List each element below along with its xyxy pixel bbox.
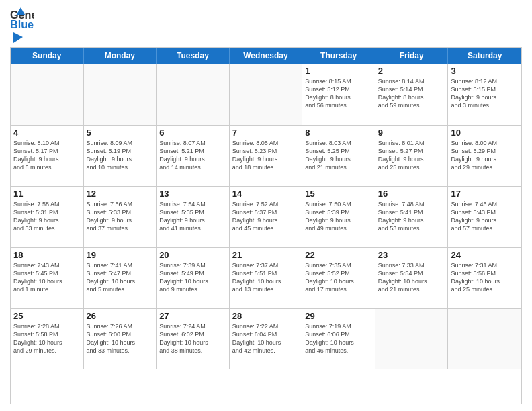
day-number: 17: [451, 189, 519, 199]
day-cell-empty: [375, 309, 449, 369]
logo-icon: General Blue: [10, 7, 34, 31]
day-info: Sunrise: 8:00 AM Sunset: 5:29 PM Dayligh…: [451, 139, 519, 172]
day-info: Sunrise: 7:35 AM Sunset: 5:52 PM Dayligh…: [305, 261, 372, 294]
day-cell-14: 14Sunrise: 7:52 AM Sunset: 5:37 PM Dayli…: [230, 187, 303, 247]
day-cell-15: 15Sunrise: 7:50 AM Sunset: 5:39 PM Dayli…: [302, 187, 375, 247]
week-row-3: 18Sunrise: 7:43 AM Sunset: 5:45 PM Dayli…: [11, 247, 521, 308]
day-header-friday: Friday: [375, 48, 449, 64]
day-cell-empty: [230, 64, 303, 125]
day-cell-19: 19Sunrise: 7:41 AM Sunset: 5:47 PM Dayli…: [84, 248, 157, 308]
day-cell-5: 5Sunrise: 8:09 AM Sunset: 5:19 PM Daylig…: [84, 126, 157, 186]
day-number: 11: [13, 189, 81, 199]
day-cell-2: 2Sunrise: 8:14 AM Sunset: 5:14 PM Daylig…: [375, 64, 449, 125]
week-row-4: 25Sunrise: 7:28 AM Sunset: 5:58 PM Dayli…: [11, 308, 521, 369]
day-cell-29: 29Sunrise: 7:19 AM Sunset: 6:06 PM Dayli…: [302, 309, 375, 369]
day-info: Sunrise: 7:56 AM Sunset: 5:33 PM Dayligh…: [87, 200, 154, 233]
day-number: 15: [305, 189, 372, 199]
day-header-monday: Monday: [84, 48, 157, 64]
calendar-header: SundayMondayTuesdayWednesdayThursdayFrid…: [11, 48, 521, 64]
day-header-sunday: Sunday: [11, 48, 84, 64]
day-number: 27: [159, 311, 226, 321]
day-cell-23: 23Sunrise: 7:33 AM Sunset: 5:54 PM Dayli…: [375, 248, 449, 308]
day-number: 18: [13, 250, 81, 260]
day-cell-24: 24Sunrise: 7:31 AM Sunset: 5:56 PM Dayli…: [448, 248, 521, 308]
day-info: Sunrise: 8:15 AM Sunset: 5:12 PM Dayligh…: [305, 77, 372, 110]
day-number: 1: [305, 66, 372, 76]
day-cell-6: 6Sunrise: 8:07 AM Sunset: 5:21 PM Daylig…: [157, 126, 230, 186]
day-number: 19: [87, 250, 154, 260]
day-header-saturday: Saturday: [448, 48, 521, 64]
day-cell-8: 8Sunrise: 8:03 AM Sunset: 5:25 PM Daylig…: [302, 126, 375, 186]
day-info: Sunrise: 7:37 AM Sunset: 5:51 PM Dayligh…: [232, 261, 300, 294]
day-cell-empty: [84, 64, 157, 125]
page: General Blue SundayMondayTuesdayWednesda…: [0, 0, 532, 411]
day-number: 9: [378, 128, 445, 138]
day-number: 5: [87, 128, 154, 138]
day-number: 16: [378, 189, 445, 199]
day-info: Sunrise: 7:31 AM Sunset: 5:56 PM Dayligh…: [451, 261, 519, 294]
day-number: 10: [451, 128, 519, 138]
day-info: Sunrise: 7:58 AM Sunset: 5:31 PM Dayligh…: [13, 200, 81, 233]
day-info: Sunrise: 8:07 AM Sunset: 5:21 PM Dayligh…: [159, 139, 226, 172]
day-cell-27: 27Sunrise: 7:24 AM Sunset: 6:02 PM Dayli…: [157, 309, 230, 369]
day-info: Sunrise: 7:43 AM Sunset: 5:45 PM Dayligh…: [13, 261, 81, 294]
day-info: Sunrise: 8:12 AM Sunset: 5:15 PM Dayligh…: [451, 77, 519, 110]
day-number: 20: [159, 250, 226, 260]
day-info: Sunrise: 7:46 AM Sunset: 5:43 PM Dayligh…: [451, 200, 519, 233]
day-info: Sunrise: 8:01 AM Sunset: 5:27 PM Dayligh…: [378, 139, 445, 172]
day-number: 22: [305, 250, 372, 260]
day-info: Sunrise: 8:14 AM Sunset: 5:14 PM Dayligh…: [378, 77, 445, 110]
day-cell-28: 28Sunrise: 7:22 AM Sunset: 6:04 PM Dayli…: [230, 309, 303, 369]
day-header-thursday: Thursday: [302, 48, 375, 64]
day-cell-16: 16Sunrise: 7:48 AM Sunset: 5:41 PM Dayli…: [375, 187, 449, 247]
logo: General Blue: [10, 7, 36, 42]
day-number: 25: [13, 311, 81, 321]
day-cell-17: 17Sunrise: 7:46 AM Sunset: 5:43 PM Dayli…: [448, 187, 521, 247]
day-cell-1: 1Sunrise: 8:15 AM Sunset: 5:12 PM Daylig…: [302, 64, 375, 125]
day-cell-13: 13Sunrise: 7:54 AM Sunset: 5:35 PM Dayli…: [157, 187, 230, 247]
day-cell-18: 18Sunrise: 7:43 AM Sunset: 5:45 PM Dayli…: [11, 248, 84, 308]
day-number: 8: [305, 128, 372, 138]
day-cell-empty: [11, 64, 84, 125]
day-cell-4: 4Sunrise: 8:10 AM Sunset: 5:17 PM Daylig…: [11, 126, 84, 186]
day-number: 4: [13, 128, 81, 138]
day-info: Sunrise: 7:54 AM Sunset: 5:35 PM Dayligh…: [159, 200, 226, 233]
day-info: Sunrise: 7:39 AM Sunset: 5:49 PM Dayligh…: [159, 261, 226, 294]
day-number: 14: [232, 189, 300, 199]
day-cell-empty: [448, 309, 521, 369]
day-cell-21: 21Sunrise: 7:37 AM Sunset: 5:51 PM Dayli…: [230, 248, 303, 308]
day-info: Sunrise: 8:09 AM Sunset: 5:19 PM Dayligh…: [87, 139, 154, 172]
day-info: Sunrise: 7:24 AM Sunset: 6:02 PM Dayligh…: [159, 322, 226, 355]
logo-triangle-icon: [11, 31, 23, 43]
week-row-1: 4Sunrise: 8:10 AM Sunset: 5:17 PM Daylig…: [11, 125, 521, 186]
day-cell-10: 10Sunrise: 8:00 AM Sunset: 5:29 PM Dayli…: [448, 126, 521, 186]
day-cell-20: 20Sunrise: 7:39 AM Sunset: 5:49 PM Dayli…: [157, 248, 230, 308]
week-row-2: 11Sunrise: 7:58 AM Sunset: 5:31 PM Dayli…: [11, 186, 521, 247]
day-number: 12: [87, 189, 154, 199]
day-header-tuesday: Tuesday: [157, 48, 230, 64]
day-number: 13: [159, 189, 226, 199]
header: General Blue: [10, 7, 522, 42]
day-cell-22: 22Sunrise: 7:35 AM Sunset: 5:52 PM Dayli…: [302, 248, 375, 308]
day-cell-3: 3Sunrise: 8:12 AM Sunset: 5:15 PM Daylig…: [448, 64, 521, 125]
day-number: 7: [232, 128, 300, 138]
day-cell-26: 26Sunrise: 7:26 AM Sunset: 6:00 PM Dayli…: [84, 309, 157, 369]
day-cell-25: 25Sunrise: 7:28 AM Sunset: 5:58 PM Dayli…: [11, 309, 84, 369]
svg-marker-3: [13, 32, 23, 43]
day-info: Sunrise: 7:41 AM Sunset: 5:47 PM Dayligh…: [87, 261, 154, 294]
day-header-wednesday: Wednesday: [230, 48, 303, 64]
day-cell-12: 12Sunrise: 7:56 AM Sunset: 5:33 PM Dayli…: [84, 187, 157, 247]
day-info: Sunrise: 8:03 AM Sunset: 5:25 PM Dayligh…: [305, 139, 372, 172]
day-number: 26: [87, 311, 154, 321]
day-info: Sunrise: 7:28 AM Sunset: 5:58 PM Dayligh…: [13, 322, 81, 355]
day-cell-11: 11Sunrise: 7:58 AM Sunset: 5:31 PM Dayli…: [11, 187, 84, 247]
day-number: 21: [232, 250, 300, 260]
day-info: Sunrise: 7:22 AM Sunset: 6:04 PM Dayligh…: [232, 322, 300, 355]
week-row-0: 1Sunrise: 8:15 AM Sunset: 5:12 PM Daylig…: [11, 64, 521, 125]
calendar: SundayMondayTuesdayWednesdayThursdayFrid…: [10, 47, 522, 404]
day-info: Sunrise: 7:50 AM Sunset: 5:39 PM Dayligh…: [305, 200, 372, 233]
day-cell-9: 9Sunrise: 8:01 AM Sunset: 5:27 PM Daylig…: [375, 126, 449, 186]
day-info: Sunrise: 7:26 AM Sunset: 6:00 PM Dayligh…: [87, 322, 154, 355]
day-number: 29: [305, 311, 372, 321]
day-number: 24: [451, 250, 519, 260]
